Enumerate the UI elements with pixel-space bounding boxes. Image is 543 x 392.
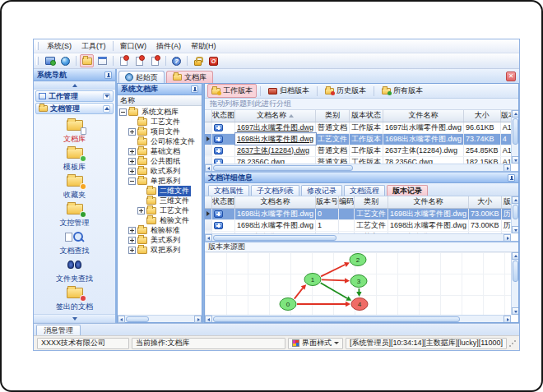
column-header[interactable]: 文件名称	[383, 110, 464, 122]
column-header[interactable]: 状态图	[212, 196, 235, 208]
column-header[interactable]: 版本号	[316, 196, 339, 208]
expand-icon[interactable]	[128, 247, 136, 254]
pin-icon[interactable]	[104, 71, 112, 79]
horizontal-scrollbar[interactable]	[205, 164, 511, 171]
column-header[interactable]: 文档名称	[235, 196, 316, 208]
exit-icon[interactable]: O	[207, 54, 220, 67]
scroll-thumb[interactable]	[126, 316, 149, 322]
vertical-scrollbar[interactable]	[511, 252, 518, 315]
column-header[interactable]: 版本号	[500, 110, 511, 122]
tree-node[interactable]: 三维文件	[118, 196, 202, 205]
scroll-thumb[interactable]	[513, 261, 518, 282]
collapse-icon[interactable]	[128, 178, 136, 185]
scroll-left-button[interactable]	[205, 316, 212, 323]
doc-edit-icon[interactable]	[132, 54, 146, 67]
table-row[interactable]: 1697出水嘴零件图.dwg普通文档工作版本1697出水嘴零件图.dwg96.6…	[205, 122, 511, 133]
table-row[interactable]: 1698出水嘴零件图.dwg1工艺文件1698出水嘴零件图.dwg73.00KB…	[205, 219, 511, 231]
column-header[interactable]: 大小	[464, 110, 501, 122]
sidebar-group-collapsed[interactable]: 工作管理	[35, 90, 114, 102]
scroll-right-button[interactable]	[504, 164, 511, 172]
column-header[interactable]: 状态图	[212, 110, 235, 122]
tree-node[interactable]: 项目文件	[118, 127, 202, 136]
menu-item[interactable]: 窗口(W)	[115, 40, 152, 53]
help-icon[interactable]: ?	[169, 54, 183, 67]
expand-icon[interactable]	[128, 168, 136, 175]
folder-open-icon[interactable]	[80, 54, 94, 67]
lock-icon[interactable]	[191, 54, 205, 67]
tree-node[interactable]: 单把系列	[118, 176, 202, 186]
tab-active[interactable]: 文档库	[166, 71, 213, 83]
tree-node[interactable]: 系统文档库	[118, 107, 202, 117]
scroll-left-button[interactable]	[118, 316, 125, 323]
scroll-up-button[interactable]	[512, 196, 519, 204]
sidebar-scroll-up[interactable]	[34, 81, 115, 90]
horizontal-scrollbar[interactable]	[205, 233, 511, 241]
scroll-thumb[interactable]	[213, 235, 336, 241]
sidebar-group-expanded[interactable]: 文档管理	[35, 103, 114, 114]
scroll-thumb[interactable]	[213, 165, 353, 171]
sidebar-scroll-down[interactable]	[34, 314, 115, 323]
all-version-button[interactable]: 所有版本	[378, 84, 427, 98]
tree-column-header[interactable]: 名称	[118, 95, 202, 106]
menu-item[interactable]: 系统(S)	[42, 40, 77, 53]
column-header[interactable]: 类别	[316, 110, 350, 122]
column-header[interactable]: 编码	[339, 196, 355, 208]
work-version-button[interactable]: 工作版本	[207, 84, 257, 98]
column-header[interactable]: 文档名称	[235, 110, 316, 122]
detail-tab[interactable]: 文档属性	[208, 185, 249, 196]
table-row[interactable]: 1698出水嘴零件图.dwg0工艺文件1698出水嘴零件图.dwg73.00KB…	[205, 208, 511, 219]
table-row[interactable]: 2637主体(12284).dwg普通文档工作版本2637主体(12284).d…	[205, 145, 511, 156]
version-source-graph[interactable]: 01234	[205, 252, 511, 315]
tree-node[interactable]: 欧式系列	[118, 166, 202, 176]
tab-message-management[interactable]: 消息管理	[36, 325, 81, 335]
archive-version-button[interactable]: 归档版本	[264, 84, 313, 98]
tree-node[interactable]: 检验文件	[118, 215, 202, 225]
history-version-button[interactable]: 历史版本	[321, 84, 370, 98]
pin-icon[interactable]	[191, 85, 198, 93]
expand-icon[interactable]	[128, 237, 136, 244]
table-row[interactable]: 1698出水嘴零件图.dwg工艺文件工作版本1698出水嘴零件图.dwg73.7…	[205, 133, 511, 145]
ui-style-button[interactable]: 界面样式	[288, 338, 343, 349]
globe-icon[interactable]	[58, 54, 72, 67]
tree-node[interactable]: 美式系列	[118, 235, 202, 245]
doc-remove-icon[interactable]	[148, 54, 162, 67]
resize-grip[interactable]	[509, 340, 516, 347]
scroll-down-button[interactable]	[512, 156, 519, 164]
scroll-up-button[interactable]	[512, 252, 519, 260]
scroll-thumb[interactable]	[513, 205, 518, 219]
sidebar-item-doc-search[interactable]: 文档查找	[34, 228, 115, 256]
collapse-icon[interactable]	[119, 108, 127, 116]
sidebar-item-folder-search[interactable]: 文件夹查找	[34, 256, 115, 284]
tree-node[interactable]: 双把系列	[118, 245, 202, 255]
close-tab-button[interactable]: ✕	[506, 71, 516, 81]
scroll-right-button[interactable]	[504, 316, 511, 323]
column-header[interactable]: 类别	[355, 196, 388, 208]
tree-node[interactable]: 基础文档	[118, 146, 202, 156]
chevron-up-icon[interactable]	[103, 105, 110, 113]
menu-item[interactable]: 插件(A)	[151, 40, 186, 53]
scroll-down-button[interactable]	[512, 307, 519, 315]
detail-tab[interactable]: 版本记录	[387, 185, 428, 196]
chevron-down-icon[interactable]	[103, 93, 110, 100]
vertical-scrollbar[interactable]	[511, 110, 518, 164]
schedule-icon[interactable]	[95, 54, 109, 67]
tree-node[interactable]: 公共图纸	[118, 156, 202, 166]
sidebar-item-template[interactable]: 模板库	[34, 145, 115, 173]
column-header[interactable]: 版本状态	[501, 196, 511, 208]
expand-icon[interactable]	[128, 128, 136, 136]
scroll-left-button[interactable]	[205, 234, 212, 242]
scroll-thumb[interactable]	[213, 316, 460, 322]
sidebar-item-doc-control[interactable]: 文控管理	[34, 201, 115, 228]
pin-icon[interactable]	[508, 174, 515, 182]
sidebar-item-library[interactable]: 文档库	[34, 117, 115, 145]
monitor-icon[interactable]	[43, 54, 57, 67]
menu-item[interactable]: 工具(T)	[77, 40, 111, 53]
scroll-right-button[interactable]	[194, 316, 202, 323]
sidebar-item-favorites[interactable]: 收藏夹	[34, 173, 115, 201]
vertical-scrollbar[interactable]	[511, 196, 518, 233]
detail-tab[interactable]: 修改记录	[301, 185, 342, 196]
scroll-thumb[interactable]	[513, 118, 518, 145]
tree-node[interactable]: 工艺文件	[118, 205, 202, 215]
column-header[interactable]: 文件名称	[388, 196, 469, 208]
tree-horizontal-scrollbar[interactable]	[118, 315, 202, 322]
